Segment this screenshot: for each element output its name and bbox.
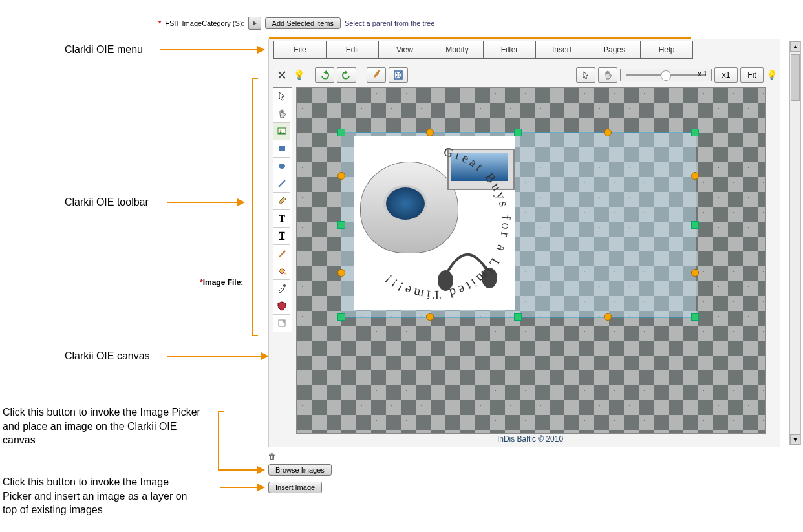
tool-texteffect[interactable]: T̲ xyxy=(273,228,290,245)
redo-button[interactable] xyxy=(337,67,356,83)
resize-handle[interactable] xyxy=(691,313,699,321)
menu-bar: File Edit View Modify Filter Insert Page… xyxy=(273,41,693,59)
tool-row: 💡 x 1 x1 Fit 💡 xyxy=(273,67,777,83)
lightbulb-icon[interactable]: 💡 xyxy=(294,70,305,80)
scroll-up-button[interactable]: ▲ xyxy=(790,41,800,52)
annotation-canvas: Clarkii OIE canvas xyxy=(65,349,150,363)
rotate-handle[interactable] xyxy=(337,172,345,180)
annotation-toolbar: Clarkii OIE toolbar xyxy=(65,195,149,209)
fit-screen-button[interactable] xyxy=(389,67,408,83)
tool-note[interactable] xyxy=(273,315,290,332)
annotation-menu: Clarkii OIE menu xyxy=(65,43,143,57)
wrench-button[interactable] xyxy=(367,67,386,83)
zoom-slider[interactable]: x 1 xyxy=(620,69,712,81)
svg-point-6 xyxy=(279,164,285,169)
tool-hand[interactable] xyxy=(273,105,290,123)
arrow-icon xyxy=(220,469,264,471)
resize-handle[interactable] xyxy=(337,313,345,321)
rotate-handle[interactable] xyxy=(691,172,699,180)
add-selected-items-button[interactable]: Add Selected Items xyxy=(265,17,341,29)
tool-pointer[interactable] xyxy=(273,88,290,105)
arrow-icon xyxy=(220,487,264,488)
arrow-icon xyxy=(167,356,268,357)
canvas-image[interactable]: Great Buys for a Limited Time!!! xyxy=(354,136,515,310)
tool-line[interactable] xyxy=(273,175,290,193)
undo-button[interactable] xyxy=(315,67,334,83)
svg-rect-2 xyxy=(394,71,402,79)
tool-fill[interactable] xyxy=(273,262,290,280)
menu-pages[interactable]: Pages xyxy=(588,41,641,59)
resize-handle[interactable] xyxy=(337,129,345,136)
resize-handle[interactable] xyxy=(691,221,699,229)
tool-rectangle[interactable] xyxy=(273,140,290,158)
tool-ellipse[interactable] xyxy=(273,158,290,175)
menu-insert[interactable]: Insert xyxy=(535,41,588,59)
left-toolbar: T T̲ xyxy=(273,87,292,332)
menu-file[interactable]: File xyxy=(273,41,327,59)
fsii-row: * FSII_ImageCategory (S): Add Selected I… xyxy=(158,17,434,30)
rotate-handle[interactable] xyxy=(604,129,612,136)
circular-text: Great Buys for a Limited Time!!! xyxy=(354,136,515,310)
svg-rect-9 xyxy=(283,284,286,288)
svg-line-7 xyxy=(279,180,285,187)
canvas[interactable]: Great Buys for a Limited Time!!! xyxy=(296,87,766,434)
tool-pencil[interactable] xyxy=(273,193,290,210)
tool-text[interactable]: T xyxy=(273,210,290,228)
svg-rect-5 xyxy=(279,146,285,151)
svg-rect-10 xyxy=(279,320,285,326)
close-icon[interactable] xyxy=(273,68,291,82)
menu-filter[interactable]: Filter xyxy=(483,41,536,59)
menu-help[interactable]: Help xyxy=(640,41,693,59)
vertical-scrollbar[interactable]: ▲ ▼ xyxy=(789,41,801,445)
annotation-browse: Click this button to invoke the Image Pi… xyxy=(3,405,203,447)
resize-handle[interactable] xyxy=(514,313,522,321)
zoom-fit-button[interactable]: Fit xyxy=(740,67,764,83)
resize-handle[interactable] xyxy=(691,129,699,136)
fsii-label: FSII_ImageCategory (S): xyxy=(165,19,244,27)
zoom-x1-button[interactable]: x1 xyxy=(714,67,738,83)
hand-button[interactable] xyxy=(598,67,617,83)
resize-handle[interactable] xyxy=(337,221,345,229)
insert-image-button[interactable]: Insert Image xyxy=(268,482,322,493)
rotate-handle[interactable] xyxy=(337,269,345,277)
arrow-icon xyxy=(160,49,264,50)
tool-image[interactable] xyxy=(273,123,290,140)
browse-images-button[interactable]: Browse Images xyxy=(268,464,332,476)
dropdown-button[interactable] xyxy=(248,17,261,30)
menu-edit[interactable]: Edit xyxy=(326,41,379,59)
rotate-handle[interactable] xyxy=(426,313,434,321)
annotation-insert: Click this button to invoke the Image Pi… xyxy=(3,475,197,517)
rotate-handle[interactable] xyxy=(604,313,612,321)
scroll-thumb[interactable] xyxy=(791,54,800,101)
tool-brush[interactable] xyxy=(273,245,290,262)
fsii-hint: Select a parent from the tree xyxy=(345,19,434,27)
bracket-toolbar xyxy=(252,78,253,336)
footer-text: InDis Baltic © 2010 xyxy=(296,434,764,443)
zoom-value: x 1 xyxy=(698,70,707,78)
menu-view[interactable]: View xyxy=(378,41,431,59)
required-star: * xyxy=(158,19,161,27)
lightbulb-icon[interactable]: 💡 xyxy=(766,70,777,80)
trash-icon[interactable]: 🗑 xyxy=(268,452,276,461)
svg-point-8 xyxy=(284,273,286,275)
tool-eyedropper[interactable] xyxy=(273,280,290,297)
rotate-handle[interactable] xyxy=(691,269,699,277)
scroll-down-button[interactable]: ▼ xyxy=(790,434,800,445)
pointer-button[interactable] xyxy=(576,67,595,83)
menu-modify[interactable]: Modify xyxy=(431,41,484,59)
bracket-browse xyxy=(218,411,219,471)
svg-text:Great Buys for a Limited Time!: Great Buys for a Limited Time!!! xyxy=(380,144,514,303)
tool-shield[interactable] xyxy=(273,297,290,315)
arrow-icon xyxy=(167,202,244,203)
image-file-label: *Image File: xyxy=(200,278,243,287)
chevron-right-icon xyxy=(252,20,258,27)
